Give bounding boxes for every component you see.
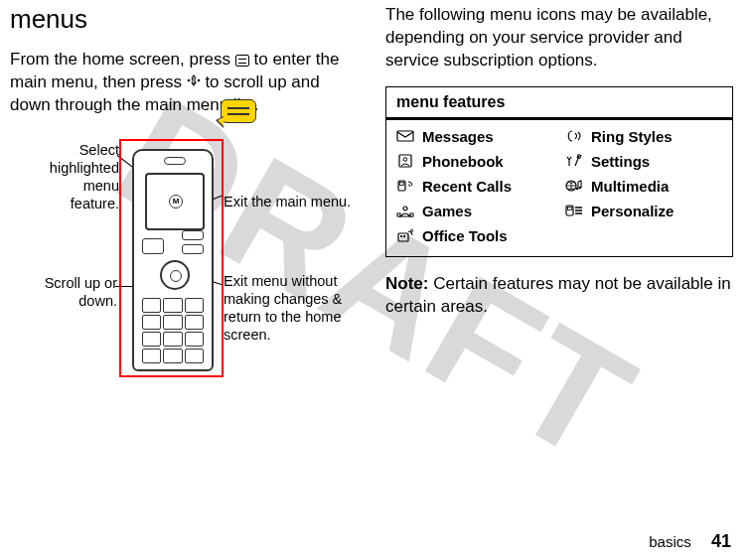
- intro-paragraph: From the home screen, press to enter the…: [10, 49, 358, 117]
- svg-rect-14: [410, 213, 413, 216]
- menu-label: Games: [422, 203, 472, 219]
- svg-point-11: [579, 187, 582, 190]
- menu-label: Ring Styles: [591, 128, 673, 145]
- menu-item-multimedia: Multimedia: [559, 174, 728, 199]
- phone-screen: M: [145, 173, 205, 230]
- page-heading: menus: [10, 4, 358, 35]
- office-tools-icon: [396, 228, 414, 242]
- menu-table-header: menu features: [386, 87, 732, 120]
- svg-point-10: [576, 188, 579, 191]
- ring-styles-icon: [565, 129, 583, 143]
- svg-point-20: [410, 230, 412, 232]
- svg-rect-13: [397, 213, 400, 216]
- svg-point-12: [403, 207, 407, 210]
- svg-point-1: [197, 79, 200, 82]
- multimedia-icon: [565, 179, 583, 193]
- right-intro-paragraph: The following menu icons may be availabl…: [385, 4, 733, 72]
- personalize-icon: [565, 204, 583, 217]
- phone-key: [163, 315, 182, 330]
- menu-item-empty: [559, 223, 728, 248]
- intro-text-a: From the home screen, press: [10, 50, 235, 69]
- svg-rect-18: [400, 235, 402, 237]
- phone-speaker: [164, 157, 186, 165]
- phone-key: [142, 332, 161, 347]
- table-row: Messages Ring Styles: [390, 124, 728, 149]
- menu-label: Personalize: [591, 203, 674, 219]
- svg-rect-8: [400, 183, 404, 186]
- phone-dpad: [160, 260, 190, 290]
- phone-key: [185, 349, 204, 363]
- right-softkey: [182, 244, 204, 254]
- svg-point-0: [187, 79, 190, 82]
- menu-item-games: Games: [390, 199, 559, 223]
- settings-icon: [565, 154, 583, 168]
- phone-key: [185, 315, 204, 330]
- phone-keypad: [142, 298, 204, 363]
- table-row: Games Personalize: [390, 199, 728, 223]
- menu-key-icon: [235, 55, 249, 67]
- svg-text:S: S: [191, 75, 197, 84]
- phonebook-icon: [396, 154, 414, 168]
- menu-item-phonebook: Phonebook: [390, 149, 559, 174]
- note-label: Note:: [385, 274, 428, 293]
- svg-rect-3: [397, 131, 413, 141]
- phone-key: [185, 298, 204, 313]
- menu-label: Multimedia: [591, 178, 669, 195]
- recent-calls-icon: [396, 179, 414, 193]
- footer-page-number: 41: [711, 531, 731, 551]
- menu-label: Recent Calls: [422, 178, 512, 195]
- note-paragraph: Note: Certain features may not be availa…: [385, 273, 733, 319]
- menu-item-settings: Settings: [559, 149, 728, 174]
- phone-key: [142, 298, 161, 313]
- callout-exit-main: Exit the main menu.: [224, 193, 363, 210]
- table-row: Recent Calls Multimedia: [390, 174, 728, 199]
- speech-bubble-icon: [221, 99, 256, 123]
- svg-rect-16: [568, 208, 572, 210]
- page-footer: basics 41: [649, 531, 731, 552]
- phone-key: [163, 298, 182, 313]
- phone-diagram: Select highlighted menu feature. Scroll …: [10, 127, 368, 415]
- games-icon: [396, 204, 414, 217]
- callout-scroll: Scroll up or down.: [18, 274, 117, 310]
- messages-icon: [396, 129, 414, 143]
- footer-section: basics: [649, 533, 691, 550]
- phone-key: [185, 332, 204, 347]
- menu-item-ring-styles: Ring Styles: [559, 124, 728, 149]
- nav-s-glyph: S: [187, 71, 201, 94]
- menu-features-table: menu features Messages Ring Styles P: [385, 86, 733, 257]
- menu-label: Office Tools: [422, 227, 508, 244]
- menu-item-recent-calls: Recent Calls: [390, 174, 559, 199]
- phone-softkeys: [142, 236, 204, 256]
- table-row: Office Tools: [390, 223, 728, 248]
- menu-item-office-tools: Office Tools: [390, 223, 559, 248]
- phone-highlight-box: M: [119, 139, 224, 377]
- phone-key: [142, 349, 161, 363]
- note-text: Certain features may not be available in…: [385, 274, 731, 316]
- moto-logo-icon: M: [169, 195, 183, 209]
- callout-exit-home: Exit menu without making changes & retur…: [224, 272, 373, 345]
- svg-rect-19: [403, 235, 405, 237]
- menu-item-personalize: Personalize: [559, 199, 728, 223]
- phone-body: M: [132, 149, 214, 371]
- callout-select: Select highlighted menu feature.: [40, 141, 119, 213]
- svg-point-5: [403, 158, 407, 162]
- table-row: Phonebook Settings: [390, 149, 728, 174]
- menu-item-messages: Messages: [390, 124, 559, 149]
- phone-key: [163, 332, 182, 347]
- menu-label: Phonebook: [422, 153, 504, 170]
- right-softkey-top: [182, 230, 204, 240]
- phone-key: [163, 349, 182, 363]
- left-softkey: [142, 238, 164, 254]
- menu-label: Settings: [591, 153, 650, 170]
- menu-label: Messages: [422, 128, 494, 145]
- phone-key: [142, 315, 161, 330]
